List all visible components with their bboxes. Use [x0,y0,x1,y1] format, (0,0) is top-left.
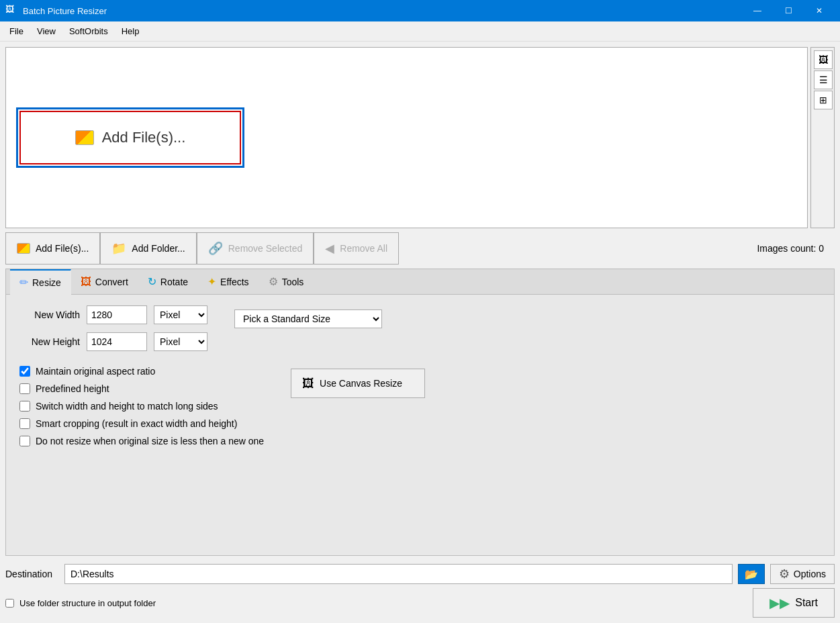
rotate-tab-icon: ↻ [148,275,156,288]
resize-tab-icon: ✏ [19,276,28,289]
resize-tab-label: Resize [32,277,61,288]
remove-all-label: Remove All [340,243,387,254]
canvas-resize-button[interactable]: 🖼 Use Canvas Resize [291,369,425,398]
destination-browse-icon: 📂 [745,568,758,581]
predefined-height-row: Predefined height [19,383,264,394]
no-resize-checkbox[interactable] [19,436,30,446]
destination-label: Destination [5,569,59,579]
start-button[interactable]: ▶▶ Start [753,588,835,618]
predefined-height-checkbox[interactable] [19,383,30,394]
resize-tab-content: New Width 1280 Pixel Percent Cm Inch New… [6,295,834,464]
new-width-unit-select[interactable]: Pixel Percent Cm Inch [154,305,207,324]
checkboxes-column: Maintain original aspect ratio Predefine… [19,366,264,453]
image-area: Add File(s)... [5,47,808,228]
add-files-big-label: Add File(s)... [102,129,186,146]
remove-all-button[interactable]: ◀ Remove All [314,232,399,265]
folder-structure-row: Use folder structure in output folder [5,598,156,608]
maintain-aspect-checkbox[interactable] [19,366,30,377]
add-files-big-icon [75,130,94,145]
start-label: Start [795,597,818,609]
tab-rotate[interactable]: ↻ Rotate [138,269,198,295]
view-grid-button[interactable]: ⊞ [814,91,833,109]
smart-cropping-row: Smart cropping (result in exact width an… [19,418,264,429]
tab-tools[interactable]: ⚙ Tools [259,269,314,295]
destination-row: Destination 📂 ⚙ Options [5,564,835,584]
tab-resize[interactable]: ✏ Resize [10,269,71,295]
smart-cropping-label: Smart cropping (result in exact width an… [36,418,237,429]
menu-file[interactable]: File [3,23,30,39]
tools-tab-label: Tools [282,277,304,287]
titlebar: 🖼 Batch Picture Resizer — ☐ ✕ [0,0,840,21]
app-title: Batch Picture Resizer [23,6,742,16]
rotate-tab-label: Rotate [160,277,188,287]
add-files-icon [17,243,30,254]
folder-structure-checkbox[interactable] [5,599,14,608]
canvas-resize-wrapper: 🖼 Use Canvas Resize [291,366,425,398]
remove-selected-button[interactable]: 🔗 Remove Selected [197,232,314,265]
main-content: Add File(s)... 🖼 ☰ ⊞ Add File(s)... 📁 Ad… [0,42,840,623]
bottom-actions: Use folder structure in output folder ▶▶… [5,588,835,618]
canvas-resize-label: Use Canvas Resize [320,378,402,389]
options-gear-icon: ⚙ [779,567,790,581]
no-resize-label: Do not resize when original size is less… [36,436,264,446]
resize-fields: New Width 1280 Pixel Percent Cm Inch New… [19,305,207,359]
image-toolbar: 🖼 ☰ ⊞ [810,47,835,228]
maintain-aspect-label: Maintain original aspect ratio [36,366,155,377]
close-button[interactable]: ✕ [804,0,835,21]
standard-size-wrapper: Pick a Standard Size 640×480 800×600 102… [221,305,382,328]
images-count-label: Images count: [757,243,816,254]
add-folder-label: Add Folder... [132,243,185,254]
tabs-header: ✏ Resize 🖼 Convert ↻ Rotate ✦ Effects ⚙ … [6,269,834,295]
predefined-height-label: Predefined height [36,383,109,394]
menu-help[interactable]: Help [115,23,146,39]
smart-cropping-checkbox[interactable] [19,418,30,429]
remove-selected-label: Remove Selected [228,243,303,254]
app-icon: 🖼 [5,4,19,17]
switch-width-height-label: Switch width and height to match long si… [36,401,218,412]
destination-browse-button[interactable]: 📂 [738,564,765,584]
images-count: Images count: 0 [757,243,835,254]
destination-input[interactable] [64,564,733,584]
tools-tab-icon: ⚙ [269,275,278,288]
add-files-big-button[interactable]: Add File(s)... [19,111,241,164]
minimize-button[interactable]: — [742,0,773,21]
folder-structure-label: Use folder structure in output folder [19,598,156,608]
effects-tab-label: Effects [220,277,249,287]
menu-view[interactable]: View [30,23,62,39]
tab-effects[interactable]: ✦ Effects [198,269,259,295]
standard-size-select[interactable]: Pick a Standard Size 640×480 800×600 102… [234,309,382,328]
start-icon: ▶▶ [769,595,790,611]
switch-width-height-checkbox[interactable] [19,401,30,412]
new-height-unit-select[interactable]: Pixel Percent Cm Inch [154,332,207,351]
options-label: Options [794,569,826,579]
maintain-aspect-row: Maintain original aspect ratio [19,366,264,377]
convert-tab-label: Convert [95,277,128,287]
new-height-input[interactable]: 1024 [87,332,147,351]
new-height-label: New Height [19,336,80,347]
tab-convert[interactable]: 🖼 Convert [71,269,138,295]
add-folder-button[interactable]: 📁 Add Folder... [100,232,196,265]
canvas-resize-icon: 🖼 [302,377,314,391]
add-files-label: Add File(s)... [36,243,89,254]
add-files-button[interactable]: Add File(s)... [5,232,100,265]
new-width-row: New Width 1280 Pixel Percent Cm Inch [19,305,207,324]
add-folder-icon: 📁 [111,241,126,256]
menu-softorbits[interactable]: SoftOrbits [62,23,115,39]
view-list-button[interactable]: ☰ [814,70,833,89]
button-row: Add File(s)... 📁 Add Folder... 🔗 Remove … [5,232,835,265]
remove-all-icon: ◀ [325,241,334,256]
options-button[interactable]: ⚙ Options [770,564,835,584]
new-width-input[interactable]: 1280 [87,305,147,324]
view-thumbnails-button[interactable]: 🖼 [814,50,833,69]
bottom-bar: Destination 📂 ⚙ Options Use folder struc… [5,560,835,618]
new-height-row: New Height 1024 Pixel Percent Cm Inch [19,332,207,351]
image-area-wrapper: Add File(s)... 🖼 ☰ ⊞ [5,47,835,228]
tabs-panel: ✏ Resize 🖼 Convert ↻ Rotate ✦ Effects ⚙ … [5,269,835,556]
switch-width-height-row: Switch width and height to match long si… [19,401,264,412]
remove-selected-icon: 🔗 [208,241,223,256]
new-width-label: New Width [19,309,80,320]
maximize-button[interactable]: ☐ [773,0,804,21]
effects-tab-icon: ✦ [207,275,216,288]
titlebar-controls: — ☐ ✕ [742,0,835,21]
images-count-value: 0 [819,243,824,254]
